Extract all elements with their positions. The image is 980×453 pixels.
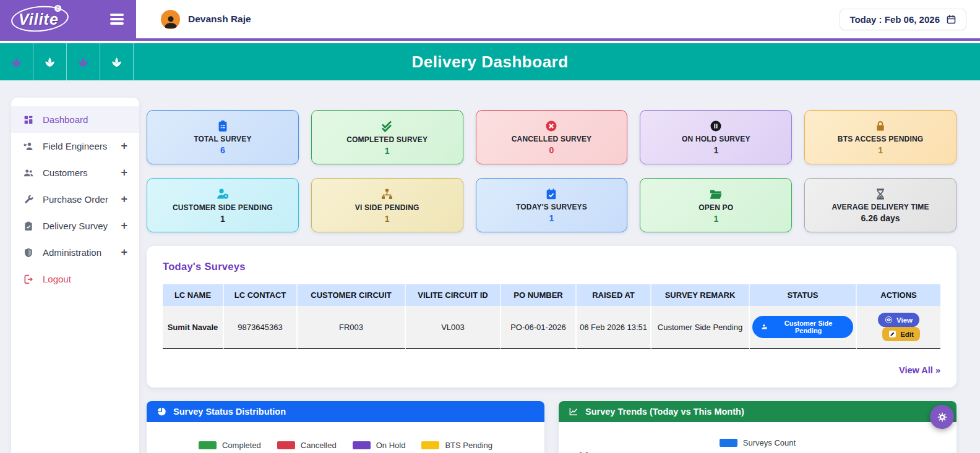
legend-swatch	[720, 439, 737, 447]
sidebar-item-delivery-survey[interactable]: Delivery Survey +	[11, 213, 139, 239]
person-icon	[163, 13, 179, 29]
wrench-icon	[23, 194, 34, 205]
date-chip[interactable]: Today : Feb 06, 2026	[840, 9, 966, 30]
stat-label: CANCELLED SURVEY	[512, 135, 592, 143]
view-all-link[interactable]: View All »	[163, 365, 940, 375]
sidebar-item-administration[interactable]: Administration +	[11, 239, 139, 266]
x-circle-icon	[544, 119, 558, 133]
stats-row-1: TOTAL SURVEY 6 COMPLETED SURVEY 1 CANCEL…	[147, 110, 956, 164]
trends-legend: Surveys Count	[559, 438, 956, 447]
stat-value: 1	[385, 146, 390, 156]
cell-customer-circuit: FR003	[298, 306, 406, 349]
vilite-logo: Vilite ®	[19, 11, 59, 28]
brand-text: Vilite	[19, 11, 59, 28]
user-profile[interactable]: Devansh Raje	[161, 10, 251, 29]
legend-item: Cancelled	[277, 441, 337, 450]
cell-lc-contact: 9873645363	[224, 306, 298, 349]
hamburger-menu-icon[interactable]	[110, 14, 124, 25]
brand-block: Vilite ®	[0, 0, 136, 38]
stat-card-on-hold-survey[interactable]: ON HOLD SURVEY 1	[640, 110, 792, 164]
page-title: Delivery Dashboard	[0, 53, 980, 72]
chart-title: Survey Status Distribution	[173, 407, 286, 417]
stat-card-cancelled-survey[interactable]: CANCELLED SURVEY 0	[476, 110, 628, 164]
stat-value: 1	[878, 145, 883, 155]
sidebar: Dashboard Field Engineers + Customers + …	[11, 98, 139, 453]
cell-status: Customer Side Pending	[750, 306, 857, 349]
view-button[interactable]: View	[878, 313, 919, 327]
edit-button[interactable]: Edit	[882, 327, 920, 341]
stat-value: 1	[549, 213, 554, 223]
registered-mark-icon: ®	[54, 5, 61, 12]
stat-value: 1	[220, 214, 225, 224]
expand-plus-icon[interactable]: +	[121, 246, 127, 259]
expand-plus-icon[interactable]: +	[121, 166, 127, 179]
pencil-icon	[888, 330, 896, 338]
survey-status-distribution-header: Survey Status Distribution	[147, 401, 544, 422]
sidebar-item-label: Field Engineers	[43, 141, 107, 151]
hourglass-icon	[874, 187, 887, 201]
stat-label: COMPLETED SURVEY	[346, 135, 428, 144]
users-icon	[23, 167, 34, 179]
stat-card-open-po[interactable]: OPEN PO 1	[640, 178, 792, 232]
stat-label: BTS ACCESS PENDING	[838, 135, 924, 143]
sitemap-icon	[380, 187, 394, 201]
cell-survey-remark: Customer Side Pending	[651, 306, 750, 349]
charts-row: Survey Status Distribution Completed Can…	[147, 401, 956, 453]
stat-value: 1	[713, 214, 718, 224]
status-badge-label: Customer Side Pending	[772, 320, 845, 334]
stat-label: VI SIDE PENDING	[355, 203, 419, 212]
pie-chart-icon	[157, 407, 166, 417]
stat-card-vi-side-pending[interactable]: VI SIDE PENDING 1	[311, 178, 463, 232]
expand-plus-icon[interactable]: +	[121, 140, 127, 153]
stat-label: OPEN PO	[698, 203, 733, 212]
cell-vilite-circuit-id: VL003	[406, 306, 501, 349]
stat-card-total-survey[interactable]: TOTAL SURVEY 6	[147, 110, 299, 164]
clipboard-list-icon	[216, 119, 230, 133]
col-raised-at: RAISED AT	[577, 284, 651, 306]
sidebar-item-field-engineers[interactable]: Field Engineers +	[11, 133, 139, 159]
stat-card-todays-surveys[interactable]: TODAY'S SURVEYS 1	[476, 178, 628, 232]
stat-card-average-delivery-time[interactable]: AVERAGE DELIVERY TIME 6.26 days	[804, 178, 956, 232]
survey-status-distribution-card: Survey Status Distribution Completed Can…	[147, 401, 544, 453]
sidebar-item-customers[interactable]: Customers +	[11, 159, 139, 186]
legend-swatch	[199, 441, 217, 449]
legend-swatch	[277, 441, 295, 449]
stat-card-bts-access-pending[interactable]: BTS ACCESS PENDING 1	[804, 110, 956, 164]
user-name: Devansh Raje	[188, 14, 251, 25]
double-check-icon	[380, 119, 395, 133]
col-vilite-circuit-id: VILITE CIRCUIT ID	[406, 284, 501, 306]
sidebar-item-dashboard[interactable]: Dashboard	[11, 106, 139, 133]
folder-open-icon	[708, 187, 723, 201]
settings-fab[interactable]	[930, 405, 954, 429]
stat-value: 1	[385, 214, 390, 224]
table-header-row: LC NAME LC CONTACT CUSTOMER CIRCUIT VILI…	[163, 284, 940, 306]
stat-card-completed-survey[interactable]: COMPLETED SURVEY 1	[311, 110, 463, 164]
expand-plus-icon[interactable]: +	[121, 193, 127, 206]
sidebar-item-label: Customers	[43, 167, 88, 178]
pause-circle-icon	[709, 119, 723, 133]
sidebar-item-label: Logout	[43, 274, 71, 284]
cell-lc-name: Sumit Navale	[163, 306, 224, 349]
stat-card-customer-side-pending[interactable]: CUSTOMER SIDE PENDING 1	[147, 178, 299, 232]
sidebar-item-label: Administration	[43, 247, 101, 258]
sidebar-item-label: Purchase Order	[43, 194, 108, 205]
page-banner: Delivery Dashboard	[0, 43, 980, 80]
legend-item: BTS Pending	[421, 441, 492, 450]
stat-value: 6.26 days	[861, 213, 900, 223]
sidebar-item-logout[interactable]: Logout	[11, 266, 139, 292]
sidebar-item-purchase-order[interactable]: Purchase Order +	[11, 186, 139, 213]
legend-swatch	[353, 441, 371, 449]
status-badge: Customer Side Pending	[752, 316, 853, 338]
stat-value: 6	[220, 145, 225, 155]
survey-trends-card: Survey Trends (Today vs This Month) Surv…	[559, 401, 956, 453]
stat-value: 1	[713, 145, 718, 155]
stat-label: CUSTOMER SIDE PENDING	[173, 203, 273, 212]
calendar-icon	[946, 14, 956, 25]
stat-value: 0	[549, 145, 554, 155]
calendar-check-icon	[544, 187, 558, 201]
sidebar-item-label: Delivery Survey	[43, 221, 108, 231]
cell-po-number: PO-06-01-2026	[501, 306, 577, 349]
eye-icon	[885, 316, 893, 324]
expand-plus-icon[interactable]: +	[121, 219, 127, 232]
engineer-icon	[23, 141, 34, 152]
